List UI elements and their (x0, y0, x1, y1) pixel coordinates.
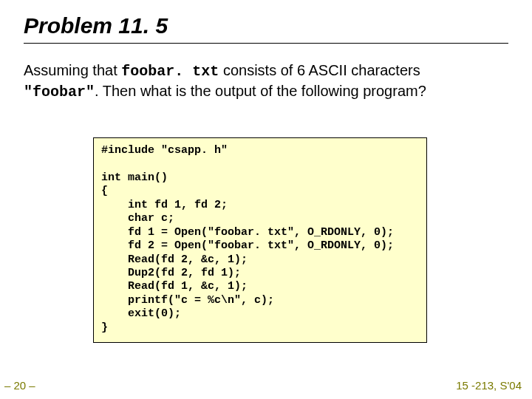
prompt-text-2: consists of 6 ASCII characters (219, 62, 420, 78)
code-block: #include "csapp. h" int main() { int fd … (93, 137, 427, 343)
course-footer: 15 -213, S'04 (456, 379, 522, 392)
prompt-text-1: Assuming that (24, 62, 121, 78)
page-number: – 20 – (4, 379, 35, 392)
prompt-literal: "foobar" (24, 83, 95, 100)
page-title: Problem 11. 5 (24, 13, 168, 38)
problem-prompt: Assuming that foobar. txt consists of 6 … (24, 61, 497, 102)
prompt-text-3: . Then what is the output of the followi… (95, 83, 426, 99)
prompt-filename: foobar. txt (121, 63, 219, 80)
title-underline (24, 43, 508, 44)
